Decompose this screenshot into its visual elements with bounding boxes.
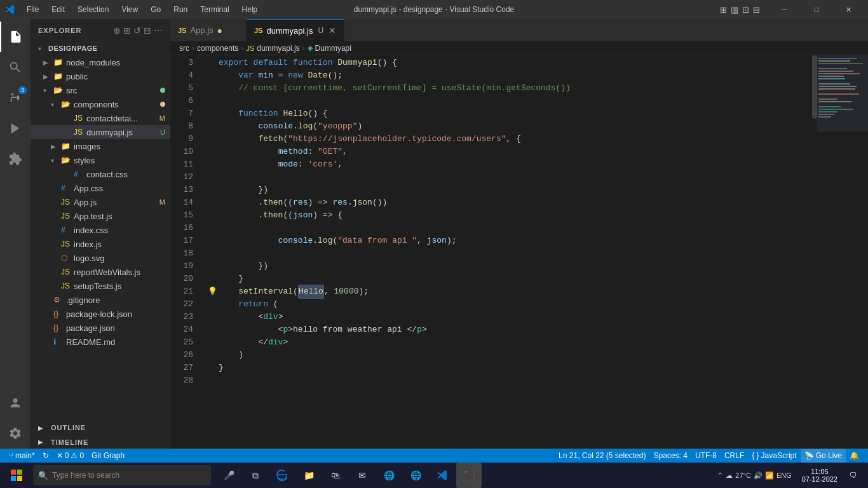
status-gitgraph[interactable]: Git Graph <box>88 449 128 463</box>
tree-item-package-json[interactable]: ▶ {} package.json <box>31 321 170 335</box>
tree-item-public[interactable]: ▶ 📁 public <box>31 69 170 83</box>
timeline-panel[interactable]: ▶ TIMELINE <box>31 435 170 449</box>
code-line-7[interactable]: function Hello() { <box>203 107 812 120</box>
code-line-21[interactable]: 💡 setInterval(Hello, 10000); <box>203 285 812 298</box>
sidebar-more-icon[interactable]: ⋯ <box>154 25 163 36</box>
activity-source-control[interactable]: 3 <box>0 83 31 113</box>
status-line-ending[interactable]: CRLF <box>721 449 748 463</box>
taskbar-mail[interactable]: ✉ <box>349 463 375 488</box>
menu-edit[interactable]: Edit <box>46 4 70 15</box>
taskbar-taskview[interactable]: ⧉ <box>243 463 268 488</box>
tree-item-app-test[interactable]: ▶ JS App.test.js <box>31 209 170 223</box>
code-line-14[interactable]: .then((res) => res.json()) <box>203 196 812 209</box>
tree-item-index-css[interactable]: ▶ # index.css <box>31 223 170 237</box>
tree-item-app-js[interactable]: ▶ JS App.js M <box>31 195 170 209</box>
code-line-24[interactable]: <p>hello from weather api </p> <box>203 323 812 336</box>
activity-run[interactable] <box>0 113 31 144</box>
layout-icon3[interactable]: ⊡ <box>742 5 749 15</box>
code-line-28[interactable] <box>203 374 812 387</box>
tree-item-reportwebvitals[interactable]: ▶ JS reportWebVitals.js <box>31 265 170 279</box>
code-line-18[interactable] <box>203 247 812 260</box>
scrollbar-thumb[interactable] <box>812 55 817 119</box>
taskbar-edge[interactable] <box>269 463 295 488</box>
code-line-11[interactable]: mode: 'cors', <box>203 158 812 171</box>
status-language[interactable]: { } JavaScript <box>748 449 800 463</box>
tree-item-gitignore[interactable]: ▶ ⚙ .gitignore <box>31 293 170 307</box>
tree-item-styles[interactable]: ▾ 📂 styles <box>31 153 170 167</box>
menu-run[interactable]: Run <box>168 4 193 15</box>
scrollbar-vertical[interactable] <box>812 55 817 449</box>
status-bell[interactable]: 🔔 <box>846 449 863 463</box>
lightbulb-icon[interactable]: 💡 <box>208 285 217 298</box>
status-golive[interactable]: 📡 Go Live <box>801 449 846 463</box>
taskbar-terminal[interactable]: ⬛ <box>456 463 482 488</box>
tree-item-index-js[interactable]: ▶ JS index.js <box>31 237 170 251</box>
tray-arrow[interactable]: ⌃ <box>717 471 723 480</box>
breadcrumb-components[interactable]: components <box>197 44 238 53</box>
notification-button[interactable]: 🗨 <box>844 463 863 488</box>
code-line-15[interactable]: .then((json) => { <box>203 209 812 222</box>
code-line-25[interactable]: </div> <box>203 336 812 349</box>
status-sync[interactable]: ↻ <box>39 449 53 463</box>
taskbar-vscode[interactable] <box>430 463 455 488</box>
code-line-13[interactable]: }) <box>203 184 812 196</box>
taskbar-cortana[interactable]: 🎤 <box>216 463 241 488</box>
minimize-button[interactable]: ─ <box>770 0 799 19</box>
layout-icon4[interactable]: ⊟ <box>753 5 760 15</box>
new-folder-icon[interactable]: ⊞ <box>123 25 131 36</box>
tree-item-src[interactable]: ▾ 📂 src <box>31 83 170 97</box>
tab-close-dummyapi[interactable]: ✕ <box>329 25 336 36</box>
status-branch[interactable]: ⑂ main* <box>5 449 39 463</box>
code-editor[interactable]: 3456789101112131415161718192021222324252… <box>170 55 868 449</box>
menu-go[interactable]: Go <box>146 4 166 15</box>
menu-terminal[interactable]: Terminal <box>195 4 234 15</box>
taskbar-store[interactable]: 🛍 <box>323 463 348 488</box>
breadcrumb-src[interactable]: src <box>179 44 189 53</box>
code-line-5[interactable]: // const [currenttime, setCurrentTime] =… <box>203 82 812 95</box>
code-lines[interactable]: export default function Dummyapi() { var… <box>203 55 812 449</box>
code-line-12[interactable] <box>203 171 812 184</box>
code-line-9[interactable]: fetch("https://jsonplaceholder.typicode.… <box>203 133 812 146</box>
menu-selection[interactable]: Selection <box>72 4 114 15</box>
tab-dummyapi[interactable]: JS dummyapi.js U ✕ <box>247 19 344 41</box>
activity-extensions[interactable] <box>0 144 31 174</box>
tree-root[interactable]: ▾ DESIGNPAGE <box>31 41 170 55</box>
outline-panel[interactable]: ▶ OUTLINE <box>31 421 170 435</box>
tab-appjs[interactable]: JS App.js ● <box>170 19 247 41</box>
refresh-icon[interactable]: ↺ <box>133 25 141 36</box>
tree-item-logo-svg[interactable]: ▶ ⬡ logo.svg <box>31 251 170 265</box>
activity-settings[interactable] <box>0 418 31 449</box>
taskbar-explorer[interactable]: 📁 <box>296 463 322 488</box>
menu-file[interactable]: File <box>22 4 44 15</box>
breadcrumb-dummyapi[interactable]: dummyapi.js <box>257 44 299 53</box>
tree-item-node-modules[interactable]: ▶ 📁 node_modules <box>31 55 170 69</box>
status-spaces[interactable]: Spaces: 4 <box>650 449 691 463</box>
activity-account[interactable] <box>0 388 31 418</box>
activity-explorer[interactable] <box>0 22 31 52</box>
tree-item-readme[interactable]: ▶ ℹ README.md <box>31 335 170 349</box>
code-line-3[interactable]: export default function Dummyapi() { <box>203 57 812 69</box>
code-line-19[interactable]: }) <box>203 260 812 273</box>
status-encoding[interactable]: UTF-8 <box>691 449 721 463</box>
new-file-icon[interactable]: ⊕ <box>113 25 121 36</box>
tree-item-images[interactable]: ▶ 📁 images <box>31 139 170 153</box>
tree-item-package-lock[interactable]: ▶ {} package-lock.json <box>31 307 170 321</box>
collapse-all-icon[interactable]: ⊟ <box>144 25 151 36</box>
breadcrumb-dummyapi-class[interactable]: Dummyapi <box>315 44 351 53</box>
code-line-10[interactable]: method: "GET", <box>203 146 812 158</box>
layout-icon[interactable]: ⊞ <box>720 5 727 15</box>
code-line-4[interactable]: var min = new Date(); <box>203 69 812 82</box>
code-line-27[interactable]: } <box>203 362 812 374</box>
code-line-8[interactable]: console.log("yeoppp") <box>203 120 812 133</box>
tree-item-contact-css[interactable]: ▶ # contact.css <box>31 167 170 181</box>
code-line-26[interactable]: ) <box>203 349 812 362</box>
code-line-16[interactable] <box>203 222 812 234</box>
status-errors[interactable]: ✕ 0 ⚠ 0 <box>53 449 88 463</box>
menu-view[interactable]: View <box>116 4 143 15</box>
tree-item-components[interactable]: ▾ 📂 components <box>31 97 170 111</box>
taskbar-search[interactable]: 🔍 Type here to search <box>33 465 211 485</box>
maximize-button[interactable]: □ <box>802 0 831 19</box>
tree-item-contactdetail[interactable]: ▶ JS contactdetai... M <box>31 111 170 125</box>
close-button[interactable]: ✕ <box>834 0 863 19</box>
code-line-23[interactable]: <div> <box>203 311 812 323</box>
